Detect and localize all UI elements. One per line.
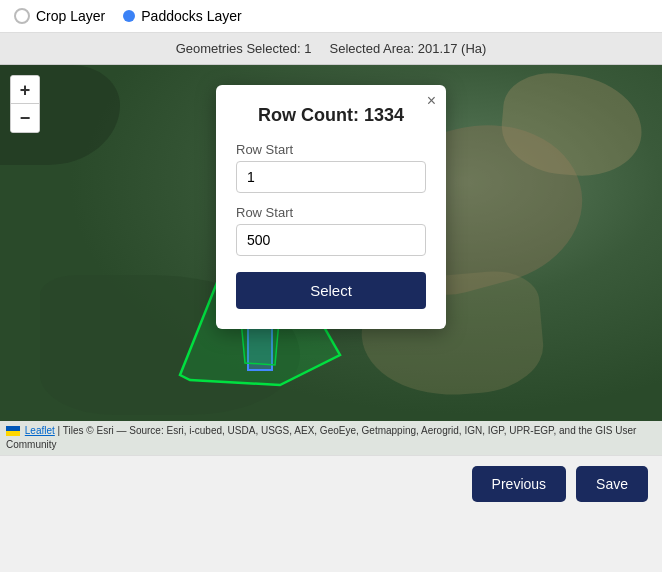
row-count-modal: × Row Count: 1334 Row Start Row Start Se… — [216, 85, 446, 329]
row-end-label: Row Start — [236, 205, 426, 220]
crop-layer-label: Crop Layer — [36, 8, 105, 24]
ukraine-flag-icon — [6, 426, 20, 436]
geometries-selected: Geometries Selected: 1 — [176, 41, 312, 56]
row-end-input[interactable] — [236, 224, 426, 256]
info-bar: Geometries Selected: 1 Selected Area: 20… — [0, 33, 662, 65]
bottom-action-bar: Previous Save — [0, 455, 662, 512]
map-container[interactable]: + − Leaflet | Tiles © Esri — Source: Esr… — [0, 65, 662, 455]
crop-layer-radio[interactable] — [14, 8, 30, 24]
leaflet-link[interactable]: Leaflet — [25, 425, 55, 436]
crop-layer-option[interactable]: Crop Layer — [14, 8, 105, 24]
paddocks-layer-dot — [123, 10, 135, 22]
zoom-in-button[interactable]: + — [11, 76, 39, 104]
previous-button[interactable]: Previous — [472, 466, 566, 502]
map-attribution: Leaflet | Tiles © Esri — Source: Esri, i… — [0, 421, 662, 455]
map-zoom-controls: + − — [10, 75, 40, 133]
modal-title: Row Count: 1334 — [236, 105, 426, 126]
zoom-out-button[interactable]: − — [11, 104, 39, 132]
row-start-label: Row Start — [236, 142, 426, 157]
layer-toggle-bar: Crop Layer Paddocks Layer — [0, 0, 662, 33]
paddocks-layer-label: Paddocks Layer — [141, 8, 241, 24]
select-button[interactable]: Select — [236, 272, 426, 309]
save-button[interactable]: Save — [576, 466, 648, 502]
paddocks-layer-option[interactable]: Paddocks Layer — [123, 8, 241, 24]
row-start-input[interactable] — [236, 161, 426, 193]
selected-area: Selected Area: 201.17 (Ha) — [330, 41, 487, 56]
attribution-text: | Tiles © Esri — Source: Esri, i-cubed, … — [6, 425, 636, 450]
modal-close-button[interactable]: × — [427, 93, 436, 109]
